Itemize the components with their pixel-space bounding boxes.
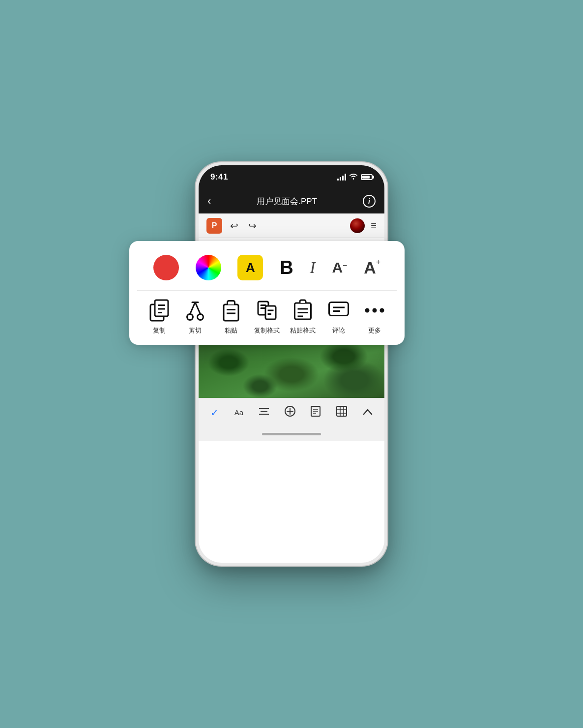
- svg-rect-14: [265, 306, 276, 319]
- undo-button[interactable]: ↩: [228, 218, 240, 234]
- svg-point-5: [187, 314, 193, 320]
- status-bar: 9:41: [199, 165, 384, 189]
- add-button[interactable]: [281, 402, 299, 423]
- cut-button[interactable]: 剪切: [180, 299, 210, 335]
- app-icon: P: [206, 218, 222, 234]
- svg-rect-21: [329, 303, 349, 316]
- scene: A B I A− A+: [164, 93, 419, 635]
- svg-point-24: [365, 308, 370, 313]
- bold-button[interactable]: B: [280, 257, 293, 278]
- comment-label: 评论: [332, 326, 345, 335]
- color-wheel-button[interactable]: [196, 255, 221, 280]
- home-bar: [262, 433, 321, 435]
- copy-button[interactable]: 复制: [145, 299, 174, 335]
- phone-frame: 9:41: [196, 162, 387, 566]
- comment-icon: [327, 299, 350, 322]
- align-icon: [259, 407, 269, 418]
- svg-point-6: [197, 314, 203, 320]
- table-icon: [336, 406, 347, 419]
- copy-format-label: 复制格式: [254, 326, 280, 335]
- user-avatar: [350, 218, 365, 233]
- redo-button[interactable]: ↪: [246, 218, 259, 234]
- collapse-button[interactable]: [359, 403, 377, 422]
- note-button[interactable]: [307, 402, 324, 423]
- signal-bars-icon: [337, 174, 346, 181]
- toolbar: P ↩ ↪ ≡: [199, 213, 384, 238]
- svg-line-7: [190, 303, 195, 314]
- copy-format-button[interactable]: 复制格式: [252, 299, 282, 335]
- svg-line-8: [195, 303, 201, 314]
- nav-bar: ‹ 用户见面会.PPT i: [199, 189, 384, 213]
- chevron-up-icon: [363, 407, 373, 418]
- more-button[interactable]: 更多: [360, 299, 389, 335]
- battery-icon: [361, 174, 373, 180]
- doc-image: [199, 339, 384, 398]
- font-icon: Aa: [234, 408, 243, 417]
- add-icon: [285, 406, 295, 419]
- cut-icon: [183, 299, 207, 322]
- highlight-button[interactable]: A: [237, 255, 263, 280]
- copy-label: 复制: [153, 326, 166, 335]
- home-indicator: [199, 426, 384, 441]
- menu-button[interactable]: ≡: [371, 220, 377, 231]
- paste-button[interactable]: 粘贴: [216, 299, 246, 335]
- confirm-button[interactable]: ✓: [206, 403, 223, 423]
- paste-format-icon: [291, 299, 315, 322]
- more-icon: [363, 299, 386, 322]
- red-color-button[interactable]: [153, 255, 179, 280]
- paste-format-button[interactable]: 粘贴格式: [288, 299, 318, 335]
- paste-format-label: 粘贴格式: [290, 326, 316, 335]
- bottom-toolbar: ✓ Aa: [199, 398, 384, 426]
- cut-label: 剪切: [189, 326, 202, 335]
- back-button[interactable]: ‹: [207, 195, 211, 208]
- note-icon: [311, 406, 321, 419]
- copy-icon: [147, 299, 171, 322]
- italic-button[interactable]: I: [310, 258, 315, 277]
- phone-inner: 9:41: [199, 165, 384, 563]
- action-row: 复制 剪切: [137, 291, 397, 337]
- paste-label: 粘贴: [225, 326, 237, 335]
- increase-font-button[interactable]: A+: [364, 258, 380, 277]
- status-icons: [337, 173, 373, 182]
- status-time: 9:41: [210, 172, 228, 182]
- wifi-icon: [349, 173, 358, 182]
- context-menu: A B I A− A+: [129, 241, 405, 345]
- svg-point-25: [373, 308, 377, 313]
- more-label: 更多: [368, 326, 381, 335]
- font-button[interactable]: Aa: [231, 404, 247, 421]
- paste-icon: [219, 299, 243, 322]
- svg-point-26: [380, 308, 384, 313]
- comment-button[interactable]: 评论: [324, 299, 353, 335]
- copy-format-icon: [255, 299, 279, 322]
- info-button[interactable]: i: [363, 195, 376, 208]
- table-button[interactable]: [332, 402, 351, 423]
- svg-rect-37: [337, 406, 347, 416]
- leaf-image-overlay: [199, 339, 384, 398]
- decrease-font-button[interactable]: A−: [332, 259, 347, 276]
- align-button[interactable]: [255, 403, 273, 422]
- format-row: A B I A− A+: [137, 251, 397, 291]
- nav-title: 用户见面会.PPT: [257, 196, 317, 207]
